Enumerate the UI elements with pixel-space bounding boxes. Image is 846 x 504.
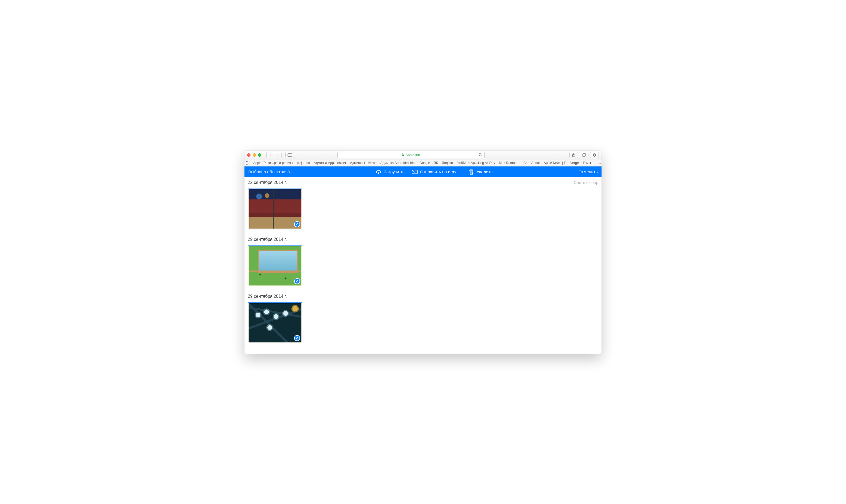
- photo-image: [249, 190, 301, 229]
- safari-window: Apple Inc. Apple (Росс…ресс: [245, 151, 601, 354]
- url-host: Apple Inc.: [406, 153, 421, 157]
- favorite-link[interactable]: Админка Hi-News: [350, 161, 376, 165]
- downloads-button[interactable]: [590, 152, 599, 158]
- svg-rect-11: [247, 163, 248, 163]
- selected-checkmark-icon: ✓: [294, 221, 300, 227]
- favorite-link[interactable]: Mac Rumors: … Care About: [499, 161, 540, 165]
- window-controls: [247, 154, 261, 157]
- svg-rect-8: [247, 161, 248, 162]
- favorite-link[interactable]: Apple News | The Verge: [544, 161, 579, 165]
- trash-icon: [468, 169, 474, 175]
- svg-rect-0: [288, 154, 292, 157]
- group-date: 22 сентября 2014 г.: [248, 180, 287, 185]
- svg-rect-13: [246, 164, 247, 165]
- favorite-link[interactable]: Админка AppleInsider: [314, 161, 346, 165]
- favorite-link[interactable]: Apple (Росс…ресс-релизы: [253, 161, 293, 165]
- favorite-link[interactable]: 9to5Mac: Ap…king All Day: [457, 161, 495, 165]
- photo-group: 22 сентября 2014 г. Снять выбор ✓: [245, 177, 601, 234]
- favorite-link[interactable]: Google: [420, 161, 430, 165]
- svg-rect-9: [249, 161, 249, 162]
- favorite-link[interactable]: picjumbo: [297, 161, 310, 165]
- lock-icon: [402, 154, 404, 157]
- favorite-link[interactable]: Админка AndroidInsider: [381, 161, 416, 165]
- reload-icon[interactable]: [479, 153, 482, 157]
- svg-rect-7: [246, 161, 247, 162]
- download-label: Загрузить: [384, 169, 403, 174]
- svg-rect-15: [249, 164, 249, 165]
- favorites-grid-icon[interactable]: [246, 161, 249, 165]
- svg-rect-16: [412, 170, 418, 174]
- selected-checkmark-icon: ✓: [294, 278, 300, 284]
- email-button[interactable]: Отправить по e-mail: [412, 169, 459, 175]
- photo-group: 29 сентября 2014 г. ✓: [245, 234, 601, 291]
- svg-rect-10: [246, 163, 247, 163]
- selection-count: Выбрано объектов: 3: [248, 169, 290, 174]
- close-window-button[interactable]: [247, 154, 250, 157]
- photo-group: 29 сентября 2014 г. ✓: [245, 291, 601, 348]
- favorite-link[interactable]: ВК: [434, 161, 438, 165]
- photo-image: [249, 303, 301, 342]
- minimize-window-button[interactable]: [253, 154, 256, 157]
- email-label: Отправить по e-mail: [420, 169, 459, 174]
- address-bar[interactable]: Apple Inc.: [337, 152, 484, 158]
- cancel-button[interactable]: Отменить: [578, 169, 598, 174]
- titlebar: Apple Inc.: [245, 151, 601, 160]
- share-button[interactable]: [569, 152, 578, 158]
- selection-action-bar: Выбрано объектов: 3 Загрузить Отправить …: [245, 166, 601, 177]
- group-date: 29 сентября 2014 г.: [248, 294, 287, 299]
- zoom-window-button[interactable]: [258, 154, 261, 157]
- favorites-overflow-button[interactable]: ››: [599, 161, 601, 165]
- group-date: 29 сентября 2014 г.: [248, 237, 287, 242]
- toolbar-right: [569, 152, 599, 158]
- download-button[interactable]: Загрузить: [375, 169, 403, 175]
- back-button[interactable]: [266, 152, 274, 158]
- deselect-link[interactable]: Снять выбор: [574, 180, 598, 185]
- svg-rect-12: [249, 163, 249, 163]
- cloud-download-icon: [375, 169, 382, 175]
- photo-image: [249, 246, 301, 286]
- photo-groups: 22 сентября 2014 г. Снять выбор ✓ 29 сен…: [245, 177, 601, 354]
- mail-icon: [412, 169, 418, 175]
- svg-rect-5: [582, 154, 585, 157]
- delete-button[interactable]: Удалить: [468, 169, 493, 175]
- svg-rect-14: [247, 164, 248, 165]
- delete-label: Удалить: [476, 169, 493, 174]
- sidebar-toggle-button[interactable]: [285, 152, 294, 158]
- photo-thumbnail[interactable]: ✓: [248, 246, 302, 286]
- favorites-bar: Apple (Росс…ресс-релизы picjumbo Админка…: [245, 160, 601, 166]
- svg-rect-2: [402, 155, 404, 156]
- favorite-link[interactable]: Темы: [583, 161, 591, 165]
- favorite-link[interactable]: Яндекс: [442, 161, 453, 165]
- back-forward-group: [266, 152, 282, 158]
- forward-button[interactable]: [274, 152, 282, 158]
- tabs-overview-button[interactable]: [580, 152, 588, 158]
- selected-checkmark-icon: ✓: [294, 335, 300, 341]
- photo-thumbnail[interactable]: ✓: [248, 302, 302, 343]
- photo-thumbnail[interactable]: ✓: [248, 188, 302, 229]
